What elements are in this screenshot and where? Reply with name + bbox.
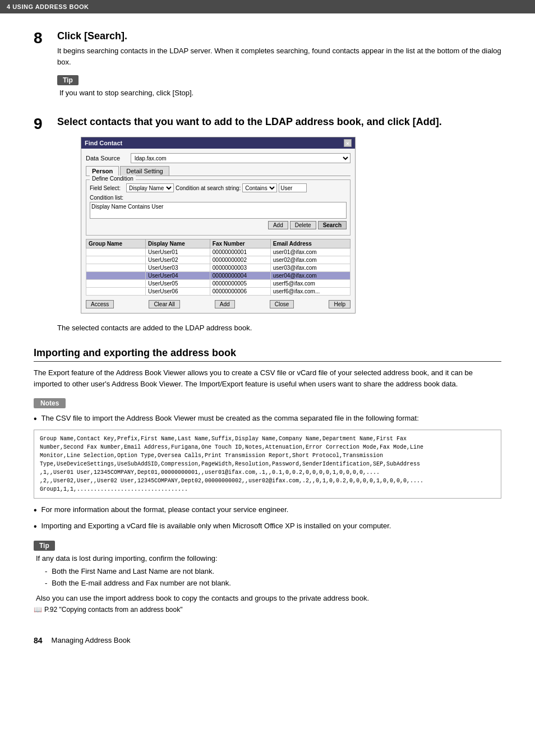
page-footer: 84 Managing Address Book (34, 636, 501, 645)
dialog-body: Data Source ldap.fax.com Person Detail S… (81, 149, 355, 313)
step-8-content: Click [Search]. It begins searching cont… (57, 30, 501, 105)
table-row[interactable]: UserUser0500000000005userf5@ifax.com (86, 280, 350, 288)
note-item-2: For more information about the format, p… (34, 504, 501, 517)
import-export-body: The Export feature of the Address Book V… (34, 367, 501, 391)
table-cell: user04@ifax.com (270, 272, 350, 280)
table-cell: UserUser06 (146, 288, 210, 296)
note-item-1-text: The CSV file to import the Address Book … (41, 413, 419, 425)
field-select-row: Field Select: Display Name Condition at … (90, 183, 347, 192)
code-text: Group Name,Contact Key,Prefix,First Name… (40, 436, 423, 492)
table-cell (86, 256, 146, 264)
condition-buttons: Add Delete Search (90, 221, 347, 229)
step-9-content: Select contacts that you want to add to … (57, 116, 501, 334)
header-bar: 4 USING ADDRESS BOOK (0, 0, 535, 13)
table-row[interactable]: UserUser0400000000004user04@ifax.com (86, 272, 350, 280)
dialog-close-button[interactable]: × (344, 139, 352, 147)
condition-list-label: Condition list: (90, 195, 347, 201)
note-item-3-text: Importing and Exporting a vCard file is … (41, 520, 391, 532)
clear-all-button[interactable]: Clear All (149, 300, 179, 308)
tip-1-label: Tip (57, 75, 79, 85)
step-9-number: 9 (34, 116, 49, 132)
condition-list-box: Display Name Contains User (90, 202, 347, 219)
table-cell: 00000000001 (210, 248, 270, 256)
help-button[interactable]: Help (329, 300, 350, 308)
tip-2-dash-1-text: Both the First Name and Last Name are no… (52, 566, 214, 578)
table-cell: 00000000003 (210, 264, 270, 272)
table-cell: user02@ifax.com (270, 256, 350, 264)
step-8-title: Click [Search]. (57, 30, 501, 42)
tip-2-dash-2-text: Both the E-mail address and Fax number a… (52, 578, 230, 589)
table-row[interactable]: UserUser0100000000001user01@ifax.com (86, 248, 350, 256)
tip-2-box: Tip If any data is lost during importing… (34, 541, 501, 614)
table-cell: 00000000006 (210, 288, 270, 296)
table-cell: UserUser05 (146, 280, 210, 288)
import-export-heading: Importing and exporting the address book (34, 347, 501, 362)
table-cell: UserUser03 (146, 264, 210, 272)
table-cell (86, 272, 146, 280)
table-row[interactable]: UserUser0300000000003user03@ifax.com (86, 264, 350, 272)
note-item-3: Importing and Exporting a vCard file is … (34, 520, 501, 533)
dialog-footer: Access Clear All Add Close Help (86, 298, 350, 308)
field-select-dropdown[interactable]: Display Name (126, 183, 174, 192)
add-condition-button[interactable]: Add (268, 221, 288, 229)
table-cell: 00000000005 (210, 280, 270, 288)
table-cell (86, 248, 146, 256)
access-button[interactable]: Access (86, 300, 114, 308)
tip-2-intro: If any data is lost during importing, co… (36, 554, 501, 563)
data-source-label: Data Source (86, 155, 131, 162)
step-8: 8 Click [Search]. It begins searching co… (34, 30, 501, 105)
tab-person[interactable]: Person (86, 166, 119, 176)
col-display-name: Display Name (146, 239, 210, 248)
define-condition-title: Define Condition (90, 176, 136, 182)
col-group-name: Group Name (86, 239, 146, 248)
step-8-desc: It begins searching contacts in the LDAP… (57, 45, 501, 67)
condition-list-item: Display Name Contains User (91, 204, 345, 210)
results-table-header: Group Name Display Name Fax Number Email… (86, 239, 350, 248)
data-source-row: Data Source ldap.fax.com (86, 153, 350, 163)
tip-1-text: If you want to stop searching, click [St… (59, 89, 501, 97)
tip-2-dash-2: Both the E-mail address and Fax number a… (45, 578, 501, 589)
table-cell: 00000000002 (210, 256, 270, 264)
note-item-1: The CSV file to import the Address Book … (34, 413, 501, 425)
search-button[interactable]: Search (318, 221, 347, 229)
find-contact-dialog: Find Contact × Data Source ldap.fax.com … (81, 137, 356, 314)
table-row[interactable]: UserUser0600000000006userf6@ifax.com... (86, 288, 350, 296)
table-cell (86, 288, 146, 296)
main-content: 8 Click [Search]. It begins searching co… (0, 13, 535, 667)
close-button[interactable]: Close (270, 300, 294, 308)
results-table-body: UserUser0100000000001user01@ifax.comUser… (86, 248, 350, 296)
table-cell: userf6@ifax.com... (270, 288, 350, 296)
delete-condition-button[interactable]: Delete (290, 221, 316, 229)
tab-detail-setting[interactable]: Detail Setting (120, 166, 169, 176)
tip-1-box: Tip If you want to stop searching, click… (57, 75, 501, 97)
table-cell: userf5@ifax.com (270, 280, 350, 288)
step-9-title: Select contacts that you want to add to … (57, 116, 501, 128)
dialog-tabs: Person Detail Setting (86, 166, 350, 176)
note-item-2-text: For more information about the format, p… (41, 504, 289, 516)
col-fax-number: Fax Number (210, 239, 270, 248)
tip-2-extra: Also you can use the import address book… (36, 594, 501, 602)
data-source-select[interactable]: ldap.fax.com (131, 153, 350, 163)
tip-2-label: Tip (34, 541, 55, 551)
add-button[interactable]: Add (215, 300, 235, 308)
field-select-label: Field Select: (90, 185, 126, 191)
notes-label: Notes (34, 398, 66, 408)
reference-link: 📖 P.92 "Copying contacts from an address… (34, 606, 501, 614)
header-text: 4 USING ADDRESS BOOK (7, 3, 89, 10)
define-condition-group: Define Condition Field Select: Display N… (86, 179, 350, 236)
table-cell: user03@ifax.com (270, 264, 350, 272)
step-8-number: 8 (34, 30, 49, 46)
tip-2-dash-1: Both the First Name and Last Name are no… (45, 566, 501, 578)
table-cell: user01@ifax.com (270, 248, 350, 256)
ref-text: P.92 "Copying contacts from an address b… (44, 606, 182, 614)
notes-box: Notes The CSV file to import the Address… (34, 398, 501, 533)
table-row[interactable]: UserUser0200000000002user02@ifax.com (86, 256, 350, 264)
table-cell (86, 280, 146, 288)
search-string-input[interactable] (279, 183, 307, 192)
step-9-result: The selected contacts are added to the L… (57, 322, 501, 334)
condition-dropdown[interactable]: Contains (242, 183, 277, 192)
ref-icon: 📖 (34, 606, 42, 614)
page-label: Managing Address Book (52, 636, 131, 644)
col-email-address: Email Address (270, 239, 350, 248)
table-cell: 00000000004 (210, 272, 270, 280)
